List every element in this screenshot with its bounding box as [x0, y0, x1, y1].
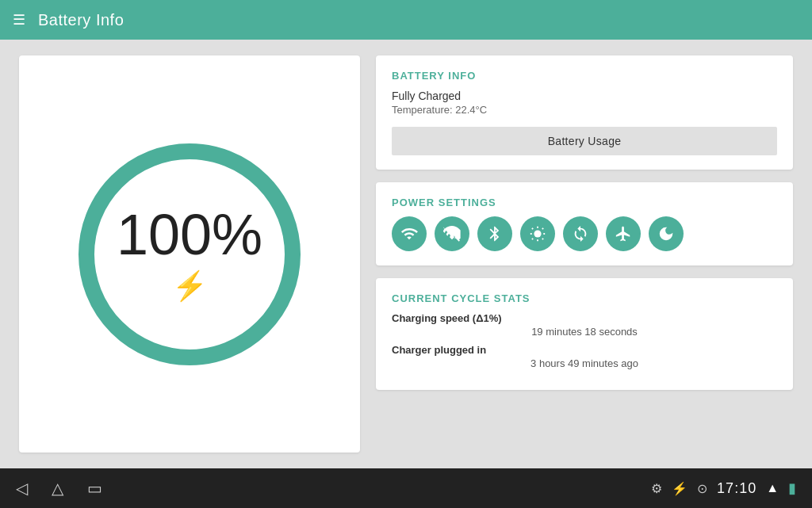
- wifi-off-button[interactable]: [435, 216, 469, 251]
- airplane-button[interactable]: [606, 216, 641, 251]
- sleep-button[interactable]: [649, 216, 684, 251]
- nav-bar: ◁ △ ▭ ⚙ ⚡ ⊙ 17:10 ▲ ▮: [0, 468, 812, 508]
- cycle-stats-card: CURRENT CYCLE STATS Charging speed (Δ1%)…: [376, 278, 793, 390]
- recent-apps-button[interactable]: ▭: [87, 479, 102, 498]
- sync-button[interactable]: [563, 216, 598, 251]
- system-time: 17:10: [717, 480, 756, 497]
- battery-lightning-icon: ⚡: [172, 269, 208, 303]
- nav-right: ⚙ ⚡ ⊙ 17:10 ▲ ▮: [651, 479, 796, 497]
- home-button[interactable]: △: [52, 479, 63, 498]
- usb-icon: ⚡: [672, 481, 688, 496]
- main-content: 100% ⚡ BATTERY INFO Fully Charged Temper…: [0, 40, 812, 468]
- battery-status: Fully Charged: [392, 90, 777, 102]
- battery-status-icon: ▮: [788, 479, 796, 497]
- wifi-signal-icon: ▲: [766, 481, 779, 495]
- power-settings-title: POWER SETTINGS: [392, 197, 777, 208]
- battery-circle-container: 100% ⚡: [79, 143, 301, 365]
- app-bar: ☰ Battery Info: [0, 0, 812, 40]
- battery-info-title: BATTERY INFO: [392, 70, 777, 82]
- battery-info-card: BATTERY INFO Fully Charged Temperature: …: [376, 55, 793, 170]
- brightness-button[interactable]: [520, 216, 555, 251]
- nav-left: ◁ △ ▭: [16, 479, 102, 498]
- bluetooth-button[interactable]: [477, 216, 512, 251]
- android-icon: ⚙: [651, 481, 662, 496]
- back-button[interactable]: ◁: [16, 479, 28, 498]
- menu-icon[interactable]: ☰: [13, 11, 25, 29]
- battery-temperature: Temperature: 22.4°C: [392, 104, 777, 116]
- charger-plugged-value: 3 hours 49 minutes ago: [392, 357, 777, 369]
- charging-speed-label: Charging speed (Δ1%): [392, 312, 777, 324]
- battery-usage-button[interactable]: Battery Usage: [392, 127, 777, 155]
- cycle-stats-title: CURRENT CYCLE STATS: [392, 292, 777, 304]
- charging-speed-value: 19 minutes 18 seconds: [392, 326, 777, 338]
- power-settings-card: POWER SETTINGS: [376, 182, 793, 265]
- svg-point-0: [534, 230, 541, 237]
- app-bar-title: Battery Info: [38, 11, 124, 29]
- power-icons-container: [392, 216, 777, 251]
- battery-circle: 100% ⚡: [79, 143, 301, 365]
- wifi-on-button[interactable]: [392, 216, 427, 251]
- circle-indicator: ⊙: [697, 481, 707, 496]
- charger-plugged-label: Charger plugged in: [392, 344, 777, 356]
- right-panel: BATTERY INFO Fully Charged Temperature: …: [376, 55, 793, 453]
- battery-percent: 100%: [117, 206, 262, 263]
- left-panel: 100% ⚡: [19, 55, 360, 453]
